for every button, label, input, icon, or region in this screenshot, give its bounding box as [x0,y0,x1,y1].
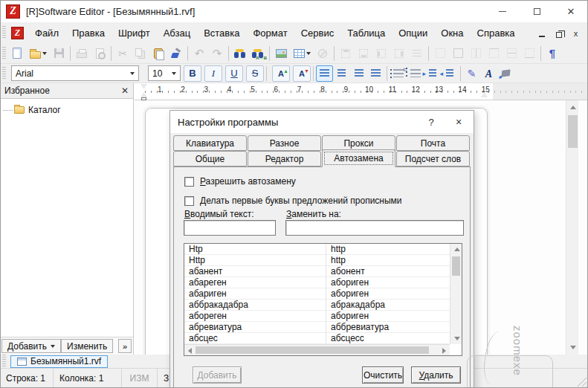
highlight-color-button[interactable] [497,65,514,82]
mdi-close-button[interactable]: x [571,28,581,38]
list-horizontal-scrollbar[interactable] [184,344,450,355]
replacement-row[interactable]: абсцес абсцесс [184,333,450,344]
tab-autocorrect[interactable]: Автозамена [322,149,395,167]
text-color-button[interactable] [463,65,480,82]
toolbar-grip[interactable] [2,67,6,80]
scroll-right-icon[interactable] [442,348,446,354]
menu-item[interactable]: Таблица [340,25,392,42]
menu-item[interactable]: Шрифт [112,25,157,42]
new-document-button[interactable] [8,45,26,62]
replacement-row[interactable]: Http http [184,255,450,266]
panel-close-icon[interactable]: ✕ [121,85,129,96]
typed-text-input[interactable] [184,220,276,236]
document-tab[interactable]: Безымянный1.rvf [10,355,108,368]
ruler[interactable]: 123456789101112131415 [135,83,588,100]
menubar-grip[interactable] [2,26,6,39]
tab-misc[interactable]: Разное [248,135,321,151]
replacements-list[interactable]: Htp http Http http абанент абонент абаре… [184,243,462,356]
menu-item[interactable]: Вставка [197,25,246,42]
open-file-button[interactable] [26,45,50,62]
menu-item[interactable]: Файл [28,25,65,42]
insert-image-button[interactable] [272,45,290,62]
replacement-row[interactable]: Htp http [184,244,450,255]
numbered-list-button[interactable] [407,65,424,82]
mdi-restore-button[interactable] [554,28,563,38]
favorites-more-button[interactable]: » [118,339,132,353]
toolbar-grip[interactable] [2,47,6,60]
table-dropdown-icon[interactable] [306,52,311,55]
insert-table-button[interactable] [290,45,314,62]
menu-item[interactable]: Правка [65,25,112,42]
menu-item[interactable]: Абзац [157,25,197,42]
clear-button[interactable]: Очистить [362,366,404,384]
replacement-row[interactable]: абанент абонент [184,266,450,277]
dialog-help-button[interactable]: ? [419,117,444,128]
chevron-down-icon[interactable] [130,72,135,75]
list-vertical-scrollbar[interactable] [450,244,462,344]
underline-button[interactable]: U [225,65,243,82]
scroll-down-icon[interactable] [570,346,576,349]
open-dropdown-icon[interactable] [42,52,47,55]
tab-keyboard[interactable]: Клавиатура [173,135,247,151]
align-left-button[interactable] [316,65,333,82]
align-right-button[interactable] [350,65,367,82]
mdi-minimize-button[interactable] [537,28,546,38]
align-center-button[interactable] [333,65,350,82]
favorites-add-button[interactable]: Добавить [1,339,61,353]
close-button[interactable]: ✕ [554,0,588,22]
font-name-combo[interactable]: Arial [11,65,139,81]
dialog-title-bar[interactable]: Настройки программы ? × [170,111,474,133]
menu-item[interactable]: Опции [392,25,434,42]
decrease-indent-button[interactable] [441,65,458,82]
scroll-left-icon[interactable] [188,348,192,354]
favorites-edit-button[interactable]: Изменить [61,339,113,353]
scroll-up-icon[interactable] [454,248,460,251]
replacement-row[interactable]: абариген абориген [184,288,450,300]
menu-item[interactable]: Справка [471,25,522,42]
tab-mail[interactable]: Почта [396,135,470,151]
replace-button[interactable]: A→B [249,45,267,62]
scrollbar-thumb[interactable] [452,256,460,276]
tab-proxy[interactable]: Прокси [322,135,395,151]
first-line-indent-marker[interactable] [140,84,147,89]
hanging-indent-marker[interactable] [140,92,147,97]
dialog-close-button[interactable]: × [444,116,474,128]
menu-item[interactable]: Окна [434,25,470,42]
shrink-font-button[interactable]: A [293,65,311,82]
left-indent-marker[interactable] [141,97,146,100]
italic-button[interactable]: I [204,65,222,82]
font-size-combo[interactable]: 10 [148,65,181,81]
replacement-row[interactable]: абревиатура аббревиатура [184,322,450,333]
increase-indent-button[interactable] [424,65,441,82]
menu-item[interactable]: Сервис [294,25,341,42]
scrollbar-thumb[interactable] [568,115,578,148]
scroll-down-icon[interactable] [454,337,460,340]
grow-font-button[interactable]: A [272,65,290,82]
document-system-icon[interactable]: Z [11,27,24,39]
paste-button[interactable] [149,45,167,62]
strikethrough-button[interactable]: S [246,65,264,82]
replacement-row[interactable]: абареген абориген [184,277,450,288]
menu-item[interactable]: Формат [246,25,294,42]
minimize-button[interactable] [485,0,520,22]
delete-button[interactable]: Удалить [411,366,461,384]
tab-general[interactable]: Общие [173,151,247,166]
font-dialog-button[interactable] [480,65,497,82]
capitalize-sentences-checkbox[interactable] [184,196,194,206]
replacement-row[interactable]: абореген абориген [184,311,450,322]
bold-button[interactable]: B [184,65,201,82]
formatting-marks-button[interactable] [543,45,561,62]
scrollbar-thumb[interactable] [196,346,429,354]
document-vertical-scrollbar[interactable] [566,100,578,355]
tab-wordcount[interactable]: Подсчет слов [396,151,470,166]
align-justify-button[interactable] [367,65,384,82]
enable-autocorrect-checkbox[interactable] [184,177,194,187]
format-painter-button[interactable] [167,45,185,62]
replacement-row[interactable]: аббракадабра абракадабра [184,300,450,311]
maximize-button[interactable] [520,0,554,22]
find-button[interactable] [231,45,249,62]
replace-with-input[interactable] [285,220,464,236]
tabbar-grip[interactable] [2,355,6,368]
scroll-up-icon[interactable] [570,106,576,109]
tab-editor[interactable]: Редактор [248,151,321,166]
